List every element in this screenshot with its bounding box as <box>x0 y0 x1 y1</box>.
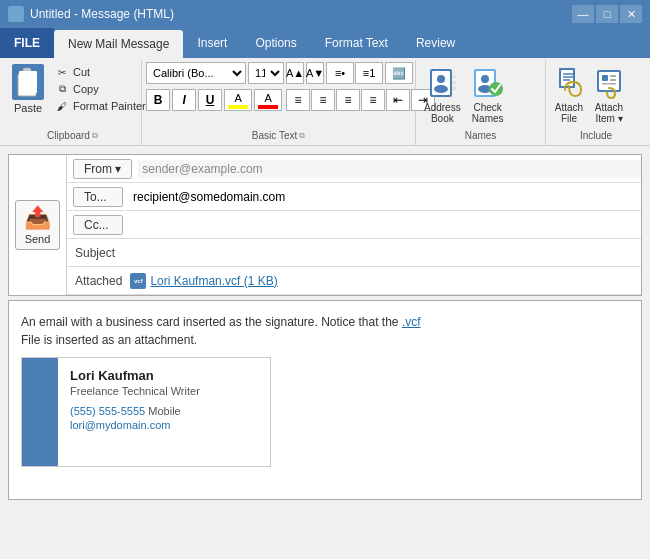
attached-file-link[interactable]: Lori Kaufman.vcf (1 KB) <box>150 274 277 288</box>
font-size-increase-button[interactable]: A▲ <box>286 62 304 84</box>
align-justify-button[interactable]: ≡ <box>361 89 385 111</box>
font-size-select[interactable]: 11 <box>248 62 284 84</box>
attach-file-button[interactable]: AttachFile <box>550 64 588 126</box>
tab-review[interactable]: Review <box>402 28 469 58</box>
svg-point-12 <box>481 75 489 83</box>
names-group: AddressBook CheckNames <box>416 60 546 145</box>
bold-button[interactable]: B <box>146 89 170 111</box>
svg-point-6 <box>434 85 448 93</box>
names-group-label: Names <box>465 130 497 141</box>
decrease-indent-button[interactable]: ⇤ <box>386 89 410 111</box>
from-row: From ▾ sender@example.com <box>67 155 641 183</box>
tab-new-mail-message[interactable]: New Mail Message <box>54 30 183 58</box>
include-group: AttachFile AttachIt <box>546 60 646 145</box>
send-panel: 📤 Send <box>9 155 67 295</box>
font-size-decrease-button[interactable]: A▼ <box>306 62 324 84</box>
svg-rect-22 <box>602 83 616 85</box>
cc-row: Cc... <box>67 211 641 239</box>
subject-label: Subject <box>67 246 127 260</box>
window-title: Untitled - Message (HTML) <box>30 7 174 21</box>
svg-rect-8 <box>452 81 456 84</box>
format-painter-label: Format Painter <box>73 100 146 112</box>
clipboard-group: Paste ✂ Cut ⧉ Copy 🖌 Format Painter <box>4 60 142 145</box>
body-text-before-link: An email with a business card inserted a… <box>21 315 402 329</box>
ribbon: Paste ✂ Cut ⧉ Copy 🖌 Format Painter <box>0 58 650 146</box>
basic-text-expand-icon[interactable]: ⧉ <box>299 131 305 141</box>
clipboard-expand-icon[interactable]: ⧉ <box>92 131 98 141</box>
underline-button[interactable]: U <box>198 89 222 111</box>
format-painter-button[interactable]: 🖌 Format Painter <box>52 98 149 114</box>
ribbon-tabs: FILE New Mail Message Insert Options For… <box>0 28 650 58</box>
to-row: To... <box>67 183 641 211</box>
email-body[interactable]: An email with a business card inserted a… <box>8 300 642 500</box>
send-icon: 📤 <box>24 205 51 231</box>
attach-item-icon <box>594 66 624 100</box>
check-names-label: CheckNames <box>472 102 504 124</box>
cc-input[interactable] <box>129 216 641 234</box>
highlight-color-button[interactable]: A <box>224 89 252 111</box>
tab-options[interactable]: Options <box>241 28 310 58</box>
italic-button[interactable]: I <box>172 89 196 111</box>
align-left-button[interactable]: ≡ <box>286 89 310 111</box>
font-color-button[interactable]: A <box>254 89 282 111</box>
cut-label: Cut <box>73 66 90 78</box>
to-input[interactable] <box>129 188 641 206</box>
basic-text-group-label: Basic Text <box>252 130 297 141</box>
paste-button[interactable]: Paste <box>8 62 48 116</box>
tab-insert[interactable]: Insert <box>183 28 241 58</box>
svg-point-5 <box>437 75 445 83</box>
to-button[interactable]: To... <box>73 187 123 207</box>
subject-row: Subject <box>67 239 641 267</box>
attach-item-label: AttachItem ▾ <box>595 102 623 124</box>
sort-button[interactable]: 🔤 <box>385 62 413 84</box>
card-title: Freelance Technical Writer <box>70 385 258 397</box>
title-bar: Untitled - Message (HTML) — □ ✕ <box>0 0 650 28</box>
app-icon <box>8 6 24 22</box>
address-book-button[interactable]: AddressBook <box>420 64 465 126</box>
svg-rect-20 <box>610 75 616 77</box>
body-text-after-link: File is inserted as an attachment. <box>21 333 197 347</box>
business-card: Lori Kaufman Freelance Technical Writer … <box>21 357 271 467</box>
tab-file[interactable]: FILE <box>0 28 54 58</box>
svg-rect-19 <box>602 75 608 81</box>
card-name: Lori Kaufman <box>70 368 258 383</box>
svg-rect-0 <box>18 74 36 96</box>
attached-row: Attached vcf Lori Kaufman.vcf (1 KB) <box>67 267 641 295</box>
card-email[interactable]: lori@mydomain.com <box>70 419 258 431</box>
subject-input[interactable] <box>127 244 641 262</box>
close-button[interactable]: ✕ <box>620 5 642 23</box>
minimize-button[interactable]: — <box>572 5 594 23</box>
from-button[interactable]: From ▾ <box>73 159 132 179</box>
window-controls[interactable]: — □ ✕ <box>572 5 642 23</box>
vcf-link[interactable]: .vcf <box>402 315 421 329</box>
email-fields: From ▾ sender@example.com To... Cc... <box>67 155 641 295</box>
attach-file-label: AttachFile <box>555 102 583 124</box>
vcf-file-icon: vcf <box>130 273 146 289</box>
numbered-list-button[interactable]: ≡1 <box>355 62 383 84</box>
clipboard-group-label: Clipboard <box>47 130 90 141</box>
cc-button[interactable]: Cc... <box>73 215 123 235</box>
paste-label: Paste <box>14 102 42 114</box>
cut-button[interactable]: ✂ Cut <box>52 64 149 80</box>
card-content: Lori Kaufman Freelance Technical Writer … <box>58 358 270 466</box>
attached-file-area: vcf Lori Kaufman.vcf (1 KB) <box>130 273 277 289</box>
align-right-button[interactable]: ≡ <box>336 89 360 111</box>
font-family-select[interactable]: Calibri (Bo... <box>146 62 246 84</box>
send-button[interactable]: 📤 Send <box>15 200 60 250</box>
align-center-button[interactable]: ≡ <box>311 89 335 111</box>
svg-rect-1 <box>21 70 33 78</box>
card-phone-label: Mobile <box>148 405 180 417</box>
attach-file-icon <box>554 66 584 100</box>
from-value: sender@example.com <box>138 160 641 178</box>
bullet-list-button[interactable]: ≡• <box>326 62 354 84</box>
attach-item-button[interactable]: AttachItem ▾ <box>590 64 628 126</box>
copy-button[interactable]: ⧉ Copy <box>52 81 149 97</box>
attached-label: Attached <box>67 274 130 288</box>
tab-format-text[interactable]: Format Text <box>311 28 402 58</box>
include-group-label: Include <box>580 130 612 141</box>
check-names-icon <box>471 66 505 100</box>
maximize-button[interactable]: □ <box>596 5 618 23</box>
format-painter-icon: 🖌 <box>55 99 69 113</box>
card-phone: (555) 555-5555 Mobile <box>70 405 258 417</box>
check-names-button[interactable]: CheckNames <box>467 64 509 126</box>
